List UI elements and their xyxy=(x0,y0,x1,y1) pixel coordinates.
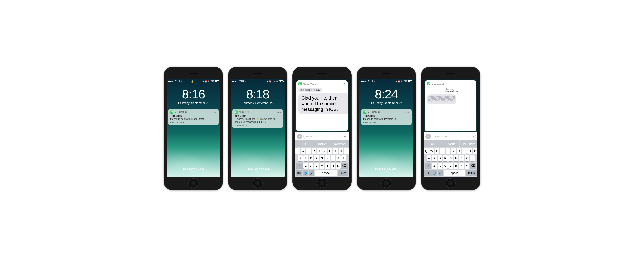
conversation-body[interactable]: messaging in iOS. Glad you like them wan… xyxy=(296,87,348,132)
dictate-icon[interactable]: ● xyxy=(344,135,346,138)
key-e[interactable]: E xyxy=(306,148,311,154)
key-p[interactable]: P xyxy=(473,148,478,154)
quick-reply-option[interactable]: Talk later? xyxy=(331,140,349,147)
key-c[interactable]: C xyxy=(443,162,448,169)
close-icon[interactable]: ✕ xyxy=(343,82,346,86)
previous-message-bubble: messaging in iOS. xyxy=(298,88,322,92)
keyboard[interactable]: QWERTYUIOP ASDFGHJKL ⇧ZXCVBNM⌫ 123🌐🎤spac… xyxy=(295,147,349,177)
key-t[interactable]: T xyxy=(446,148,450,154)
key-x[interactable]: X xyxy=(309,162,314,169)
key-s[interactable]: S xyxy=(303,155,308,161)
key-n[interactable]: N xyxy=(330,162,335,169)
key-f[interactable]: F xyxy=(443,155,448,161)
key-l[interactable]: L xyxy=(470,155,475,161)
conversation-body[interactable]: iMessage Today 8:24 PM xyxy=(425,87,476,132)
key-a[interactable]: A xyxy=(298,155,303,161)
keyboard[interactable]: QWERTYUIOP ASDFGHJKL ⇧ZXCVBNM⌫ 123🌐🎤spac… xyxy=(424,147,478,177)
key-return[interactable]: return xyxy=(338,170,348,176)
key-d[interactable]: D xyxy=(309,155,314,161)
key-return[interactable]: return xyxy=(466,170,477,176)
key-r[interactable]: R xyxy=(312,148,316,154)
expand-apps-button[interactable]: › xyxy=(297,134,302,139)
notification-card[interactable]: MESSAGES now Tim Cook Message sent with … xyxy=(168,109,218,125)
key-i[interactable]: I xyxy=(333,148,338,154)
key-⌫[interactable]: ⌫ xyxy=(342,162,348,169)
key-123[interactable]: 123 xyxy=(296,170,302,176)
quick-reply-option[interactable]: Ok xyxy=(295,140,313,147)
key-c[interactable]: C xyxy=(314,162,319,169)
key-e[interactable]: E xyxy=(435,148,440,154)
invisible-ink-bubble[interactable] xyxy=(427,94,456,104)
key-a[interactable]: A xyxy=(427,155,432,161)
key-x[interactable]: X xyxy=(438,162,442,169)
key-s[interactable]: S xyxy=(432,155,437,161)
key-y[interactable]: Y xyxy=(322,148,327,154)
key-u[interactable]: U xyxy=(456,148,461,154)
key-h[interactable]: H xyxy=(325,155,330,161)
key-z[interactable]: Z xyxy=(303,162,308,169)
unlock-hint: Press home to unlock xyxy=(166,167,220,172)
keyboard-row: QWERTYUIOP xyxy=(296,148,348,154)
key-m[interactable]: M xyxy=(336,162,341,169)
key-j[interactable]: J xyxy=(330,155,335,161)
page-dots xyxy=(231,172,284,172)
keyboard-row: 123🌐🎤spacereturn xyxy=(296,170,348,176)
key-l[interactable]: L xyxy=(342,155,346,161)
key-w[interactable]: W xyxy=(429,148,434,154)
key-g[interactable]: G xyxy=(448,155,453,161)
key-k[interactable]: K xyxy=(336,155,341,161)
phone-screen: HT HR ⌔ ➤ ⏰ ᚼ 43% 8:18 Thursday, Septemb… xyxy=(231,79,284,177)
key-o[interactable]: O xyxy=(339,148,344,154)
key-⇧[interactable]: ⇧ xyxy=(425,162,431,169)
key-123[interactable]: 123 xyxy=(424,170,430,176)
alarm-icon: ⏰ xyxy=(398,80,400,82)
key-r[interactable]: R xyxy=(440,148,445,154)
key-w[interactable]: W xyxy=(301,148,306,154)
quick-reply-option[interactable]: Thanks xyxy=(442,140,460,147)
key-y[interactable]: Y xyxy=(451,148,456,154)
key-🎤[interactable]: 🎤 xyxy=(438,170,443,176)
key-g[interactable]: G xyxy=(320,155,324,161)
notification-card[interactable]: MESSAGES now Tim Cook Glad you like them… xyxy=(232,109,283,128)
quick-reply-option[interactable]: Ok xyxy=(424,140,442,147)
expand-apps-button[interactable]: › xyxy=(426,134,431,139)
key-j[interactable]: J xyxy=(459,155,464,161)
key-v[interactable]: V xyxy=(448,162,453,169)
unlock-hint: Press home to open xyxy=(231,167,284,172)
message-input[interactable]: iMessage ● xyxy=(432,134,476,139)
key-🌐[interactable]: 🌐 xyxy=(303,170,308,176)
key-q[interactable]: Q xyxy=(295,148,300,154)
message-input[interactable]: iMessage ● xyxy=(303,134,347,139)
key-m[interactable]: M xyxy=(464,162,469,169)
quick-reply-option[interactable]: Talk later? xyxy=(460,140,478,147)
key-🌐[interactable]: 🌐 xyxy=(432,170,437,176)
key-f[interactable]: F xyxy=(314,155,319,161)
key-⌫[interactable]: ⌫ xyxy=(470,162,476,169)
key-t[interactable]: T xyxy=(317,148,322,154)
key-v[interactable]: V xyxy=(320,162,324,169)
notification-card[interactable]: MESSAGES now Tim Cook Message sent with … xyxy=(361,109,412,125)
key-space[interactable]: space xyxy=(444,170,466,176)
key-🎤[interactable]: 🎤 xyxy=(309,170,314,176)
key-b[interactable]: B xyxy=(454,162,458,169)
key-p[interactable]: P xyxy=(344,148,349,154)
key-b[interactable]: B xyxy=(325,162,330,169)
key-space[interactable]: space xyxy=(315,170,337,176)
key-⇧[interactable]: ⇧ xyxy=(296,162,302,169)
carrier-label: HT HR xyxy=(238,80,244,82)
key-h[interactable]: H xyxy=(454,155,458,161)
dictate-icon[interactable]: ● xyxy=(473,135,474,138)
key-o[interactable]: O xyxy=(468,148,472,154)
key-n[interactable]: N xyxy=(459,162,464,169)
key-d[interactable]: D xyxy=(438,155,442,161)
key-z[interactable]: Z xyxy=(432,162,437,169)
key-i[interactable]: I xyxy=(462,148,466,154)
quick-reply-option[interactable]: Thanks xyxy=(313,140,331,147)
key-k[interactable]: K xyxy=(464,155,469,161)
key-u[interactable]: U xyxy=(328,148,333,154)
key-q[interactable]: Q xyxy=(424,148,429,154)
close-icon[interactable]: ✕ xyxy=(472,82,474,86)
messages-app-icon xyxy=(234,110,238,114)
battery-percent: 43% xyxy=(210,80,214,82)
notification-app-label: MESSAGES xyxy=(175,111,213,113)
